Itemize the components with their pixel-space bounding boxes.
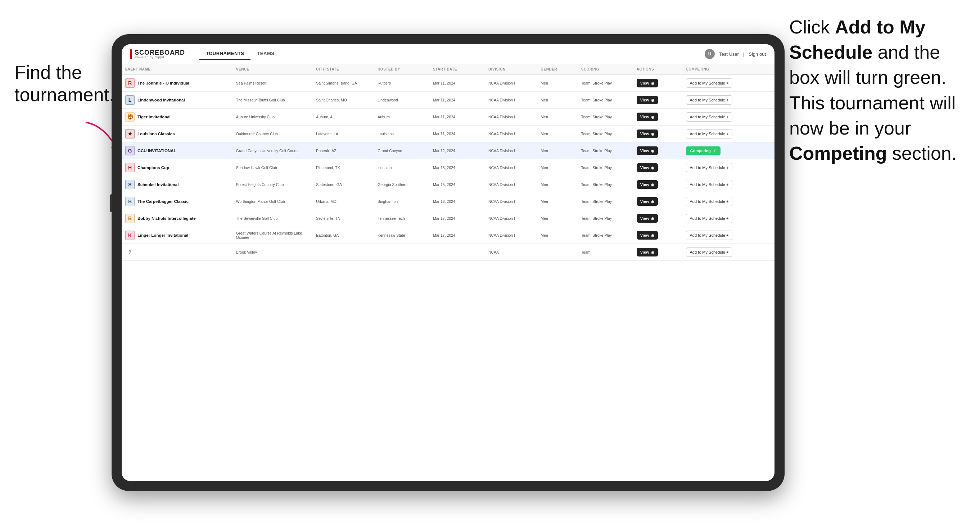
logo-wrap: SCOREBOARD Powered by clippd (130, 49, 185, 59)
add-to-schedule-button[interactable]: Add to My Schedule + (686, 112, 733, 122)
tab-tournaments[interactable]: TOURNAMENTS (199, 48, 250, 60)
city-cell (312, 244, 374, 261)
team-logo: K (125, 230, 135, 240)
city-cell: Lafayette, LA (312, 125, 374, 143)
add-to-schedule-button[interactable]: Add to My Schedule + (686, 230, 733, 240)
gender-cell: Men (537, 109, 578, 125)
add-to-schedule-button[interactable]: Add to My Schedule + (686, 214, 733, 223)
col-city-state: CITY, STATE (312, 64, 374, 75)
add-to-schedule-button[interactable]: Add to My Schedule + (686, 197, 733, 206)
col-division: DIVISION (485, 64, 537, 75)
division-cell: NCAA Division I (485, 125, 537, 143)
venue-cell: The Sevierville Golf Club (232, 210, 312, 227)
team-logo: L (125, 95, 135, 105)
view-button[interactable]: View ◉ (637, 248, 658, 257)
view-button[interactable]: View ◉ (637, 113, 658, 121)
event-name: Tiger Invitational (137, 115, 170, 119)
gender-cell (537, 244, 578, 261)
venue-cell: Brook Valley (232, 244, 312, 261)
view-button[interactable]: View ◉ (637, 180, 658, 189)
col-venue: VENUE (232, 64, 312, 75)
logo-title: SCOREBOARD (135, 49, 185, 56)
team-logo: B (125, 197, 135, 206)
venue-cell: Shadow Hawk Golf Club (232, 159, 312, 176)
team-logo: R (125, 78, 135, 88)
table-header-row: EVENT NAME VENUE CITY, STATE HOSTED BY S… (122, 64, 775, 75)
sign-out-link[interactable]: Sign out (749, 51, 766, 57)
date-cell: Mar 11, 2024 (430, 109, 485, 125)
venue-cell: Worthington Manor Golf Club (232, 193, 312, 210)
date-cell: Mar 11, 2024 (430, 75, 485, 92)
team-logo: ⚜ (125, 129, 135, 138)
divider: | (743, 51, 744, 57)
add-to-schedule-button[interactable]: Add to My Schedule + (686, 163, 733, 172)
date-cell: Mar 17, 2024 (430, 227, 485, 244)
view-button[interactable]: View ◉ (637, 214, 658, 223)
table-row: 🐯Tiger InvitationalAuburn University Clu… (122, 109, 775, 125)
division-cell: NCAA Division I (485, 227, 537, 244)
user-name: Test User (719, 51, 739, 57)
division-cell: NCAA Division I (485, 109, 537, 125)
hosted-cell: Lindenwood (374, 92, 430, 109)
view-button[interactable]: View ◉ (637, 79, 658, 87)
view-button[interactable]: View ◉ (637, 146, 658, 155)
gender-cell: Men (537, 125, 578, 143)
venue-cell: Sea Palms Resort (232, 75, 312, 92)
team-logo: B (125, 214, 135, 223)
hosted-cell: Grand Canyon (374, 143, 430, 159)
view-button[interactable]: View ◉ (637, 130, 658, 138)
add-to-schedule-button[interactable]: Add to My Schedule + (686, 78, 733, 88)
col-competing: COMPETING (682, 64, 775, 75)
view-button[interactable]: View ◉ (637, 231, 658, 240)
scoring-cell: Team, Stroke Play (578, 92, 633, 109)
view-button[interactable]: View ◉ (637, 96, 658, 104)
hosted-cell: Kennesaw State (374, 227, 430, 244)
event-name: Bobby Nichols Intercollegiate (137, 216, 196, 221)
date-cell: Mar 15, 2024 (430, 176, 485, 193)
division-cell: NCAA (485, 244, 537, 261)
header-right: U Test User | Sign out (705, 49, 766, 59)
venue-cell: Great Waters Course At Reynolds Lake Oco… (232, 227, 312, 244)
date-cell: Mar 11, 2024 (430, 125, 485, 143)
event-name: The Carpetbagger Classic (137, 199, 189, 203)
tournament-table-container: EVENT NAME VENUE CITY, STATE HOSTED BY S… (122, 64, 775, 481)
hosted-cell (374, 244, 430, 261)
date-cell: Mar 13, 2024 (430, 159, 485, 176)
venue-cell: Forest Heights Country Club (232, 176, 312, 193)
add-to-schedule-button[interactable]: Add to My Schedule + (686, 95, 733, 105)
table-row: BThe Carpetbagger ClassicWorthington Man… (122, 193, 775, 210)
city-cell: Phoenix, AZ (312, 143, 374, 159)
city-cell: Eatonton, GA (312, 227, 374, 244)
view-button[interactable]: View ◉ (637, 197, 658, 206)
add-to-schedule-button[interactable]: Add to My Schedule + (686, 248, 733, 257)
table-row: GGCU INVITATIONALGrand Canyon University… (122, 143, 775, 159)
division-cell: NCAA Division I (485, 92, 537, 109)
annotation-left: Find the tournament. (14, 61, 115, 106)
tab-teams[interactable]: TEAMS (250, 48, 281, 60)
add-to-schedule-button[interactable]: Add to My Schedule + (686, 129, 733, 138)
division-cell: NCAA Division I (485, 210, 537, 227)
table-row: SSchenkel InvitationalForest Heights Cou… (122, 176, 775, 193)
team-logo: H (125, 163, 135, 172)
date-cell: Mar 12, 2024 (430, 143, 485, 159)
venue-cell: Auburn University Club (232, 109, 312, 125)
col-gender: GENDER (537, 64, 578, 75)
gender-cell: Men (537, 176, 578, 193)
city-cell: Urbana, MD (312, 193, 374, 210)
date-cell: Mar 11, 2024 (430, 92, 485, 109)
hosted-cell: Georgia Southern (374, 176, 430, 193)
event-name: GCU INVITATIONAL (137, 149, 177, 153)
division-cell: NCAA Division I (485, 143, 537, 159)
hosted-cell: Houston (374, 159, 430, 176)
nav-tabs: TOURNAMENTS TEAMS (199, 48, 281, 60)
competing-button[interactable]: Competing (686, 146, 721, 156)
division-cell: NCAA Division I (485, 159, 537, 176)
add-to-schedule-button[interactable]: Add to My Schedule + (686, 180, 733, 189)
view-button[interactable]: View ◉ (637, 163, 658, 172)
date-cell (430, 244, 485, 261)
table-row: ?Brook ValleyNCAATeam,View ◉Add to My Sc… (122, 244, 775, 261)
city-cell: Auburn, AL (312, 109, 374, 125)
gender-cell: Men (537, 143, 578, 159)
event-name: Linger Longer Invitational (137, 233, 188, 237)
tablet-screen: SCOREBOARD Powered by clippd TOURNAMENTS… (122, 44, 775, 481)
